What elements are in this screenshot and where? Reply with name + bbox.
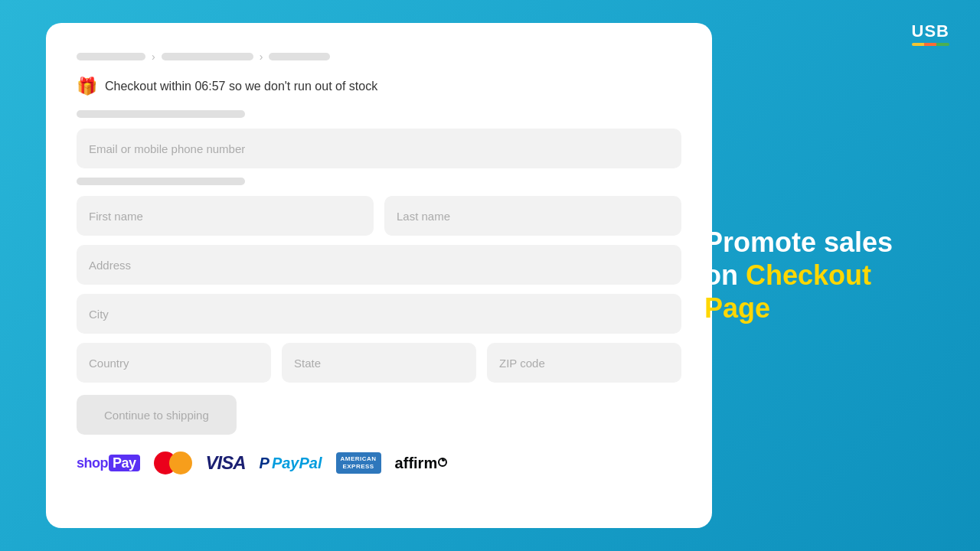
breadcrumb-arrow-2: › (260, 51, 263, 63)
checkout-card: › › 🎁 Checkout within 06:57 so we don't … (46, 23, 712, 528)
promo-line1: Promote sales (704, 227, 893, 258)
address-input[interactable] (77, 245, 681, 285)
paypal-icon: P PayPal (260, 455, 322, 472)
section1-label-bar (77, 110, 245, 118)
affirm-icon: affirm (395, 455, 448, 472)
firstname-input[interactable] (77, 196, 374, 236)
usb-logo: USB (912, 21, 949, 46)
promo-panel: Promote sales on Checkout Page (704, 226, 919, 325)
breadcrumb-step-1 (77, 53, 145, 60)
location-row (77, 343, 681, 383)
mastercard-icon (154, 452, 192, 474)
breadcrumb-arrow-1: › (152, 51, 155, 63)
promo-line3: Page (704, 293, 770, 324)
payment-icons-row: shopPay VISA P PayPal AMERICAN EXPRESS a… (77, 452, 681, 474)
promo-text: Promote sales on Checkout Page (704, 226, 919, 325)
breadcrumb-step-3 (269, 53, 330, 60)
city-input[interactable] (77, 294, 681, 334)
timer-text: Checkout within 06:57 so we don't run ou… (105, 80, 377, 93)
promo-line2-highlight: Checkout (746, 259, 871, 291)
state-input[interactable] (282, 343, 476, 383)
breadcrumb: › › (77, 51, 681, 63)
section2-label-bar (77, 178, 245, 185)
lastname-input[interactable] (384, 196, 681, 236)
timer-emoji: 🎁 (77, 77, 97, 96)
amex-icon: AMERICAN EXPRESS (336, 452, 381, 473)
zip-input[interactable] (487, 343, 681, 383)
country-input[interactable] (77, 343, 271, 383)
breadcrumb-step-2 (162, 53, 253, 60)
timer-bar: 🎁 Checkout within 06:57 so we don't run … (77, 77, 681, 96)
visa-icon: VISA (206, 452, 246, 474)
shoppay-icon: shopPay (77, 455, 140, 471)
promo-line2-plain: on (704, 259, 746, 291)
continue-to-shipping-button[interactable]: Continue to shipping (77, 395, 237, 435)
email-input[interactable] (77, 129, 681, 168)
name-row (77, 196, 681, 236)
